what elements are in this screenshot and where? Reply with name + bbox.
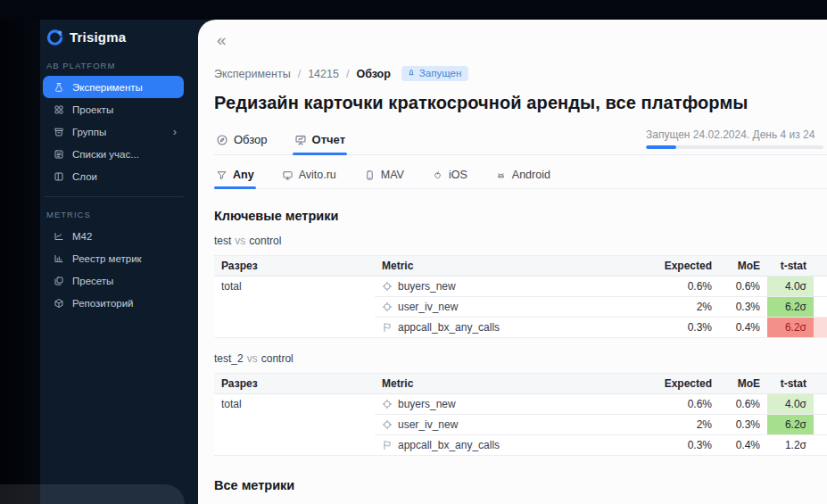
vs-label: vs (247, 352, 258, 365)
breadcrumb-experiments[interactable]: Эксперименты (214, 68, 291, 80)
key-metrics-table-test2: Разрез Metric Expected MoE t-stat total … (214, 373, 827, 456)
vs-label: vs (235, 235, 245, 247)
moe-value: 0.4% (719, 318, 767, 338)
all-metrics-heading: Все метрики (214, 478, 827, 492)
metric-name: user_iv_new (398, 301, 458, 313)
table-row[interactable]: total buyers_new 0.6% 0.6% 4.0σ (214, 277, 827, 297)
sidebar-item-label: Пресеты (72, 276, 113, 286)
funnel-icon (216, 169, 227, 181)
sidebar-item-groups[interactable]: Группы › (43, 120, 184, 143)
sidebar-section-metrics: METRICS (46, 210, 184, 219)
table-header-row: Разрез Metric Expected MoE t-stat (214, 374, 827, 394)
sidebar-divider (45, 196, 184, 197)
col-tstat: t-stat (767, 256, 814, 277)
platform-tab-avito[interactable]: Avito.ru (280, 169, 338, 188)
list-square-icon (54, 149, 64, 160)
table-header-row: Разрез Metric Expected MoE t-stat (214, 256, 827, 277)
experiment-progress-bar (646, 145, 823, 149)
tstat-value: 6.2σ (767, 415, 814, 435)
sidebar-item-experiments[interactable]: Эксперименты (43, 76, 184, 98)
col-segment: Разрез (214, 256, 375, 277)
metric-name: appcall_bx_any_calls (398, 439, 500, 451)
sidebar-item-label: Реестр метрик (72, 253, 142, 264)
metric-name: user_iv_new (398, 418, 458, 431)
left-edge-strip (0, 0, 40, 504)
target-icon (382, 302, 393, 312)
status-badge: Запущен (401, 66, 468, 81)
flask-icon (54, 82, 64, 93)
sidebar: Trisigma AB PLATFORM Эксперименты Проект… (43, 25, 184, 314)
comparison-label-test2: test_2vscontrol (214, 352, 827, 365)
main-panel: « Эксперименты / 14215 / Обзор Запущен Р… (198, 20, 827, 504)
target-icon (382, 419, 393, 430)
tstat-value: 1.2σ (767, 435, 814, 456)
sidebar-item-label: Группы (72, 127, 106, 137)
moe-value: 0.6% (719, 394, 767, 415)
sidebar-item-label: Списки учас... (72, 149, 139, 160)
grid-icon (54, 104, 64, 115)
breadcrumb-separator: / (346, 68, 349, 80)
tab-label: Обзор (234, 133, 268, 146)
sidebar-item-m42[interactable]: M42 (43, 225, 184, 247)
expected-value: 0.6% (616, 394, 719, 415)
sidebar-item-label: Эксперименты (72, 82, 143, 93)
collapse-sidebar-button[interactable]: « (217, 34, 227, 46)
sidebar-item-presets[interactable]: Пресеты (43, 269, 184, 292)
platform-tab-mav[interactable]: MAV (362, 169, 406, 188)
col-moe: MoE (719, 256, 767, 277)
tab-report[interactable]: Отчет (293, 133, 347, 154)
metric-name: appcall_bx_any_calls (398, 321, 500, 334)
sidebar-item-participant-lists[interactable]: Списки учас... (43, 143, 184, 165)
col-extra (814, 256, 827, 277)
chevron-right-icon[interactable]: › (173, 126, 177, 137)
window-topbar (0, 0, 827, 20)
platform-tab-label: iOS (449, 169, 467, 181)
platform-tab-android[interactable]: Android (493, 169, 552, 188)
logo[interactable]: Trisigma (46, 25, 184, 48)
apple-icon (432, 169, 443, 181)
sidebar-section-ab-platform: AB PLATFORM (46, 61, 184, 70)
table-row[interactable]: total buyers_new 0.6% 0.6% 4.0σ (214, 394, 827, 415)
report-tabs: Обзор Отчет Запущен 24.02.2024. День 4 и… (214, 128, 827, 155)
sidebar-item-label: Слои (72, 171, 97, 182)
smartphone-icon (364, 169, 376, 181)
breadcrumb-experiment-id[interactable]: 14215 (308, 68, 339, 80)
sidebar-item-projects[interactable]: Проекты (43, 98, 184, 120)
test-group-label: test_2 (214, 352, 244, 365)
sidebar-item-repository[interactable]: Репозиторий (43, 292, 184, 314)
target-icon (382, 281, 393, 292)
extra-cell (814, 318, 827, 338)
moe-value: 0.3% (719, 415, 767, 435)
layout-icon (54, 171, 64, 182)
expected-value: 2% (616, 415, 719, 435)
status-badge-label: Запущен (419, 68, 461, 78)
platform-tab-any[interactable]: Any (214, 169, 256, 188)
logo-text: Trisigma (70, 29, 126, 45)
expected-value: 0.3% (616, 318, 719, 338)
platform-tab-label: Any (233, 169, 254, 181)
metric-name: buyers_new (398, 398, 456, 410)
extra-cell (814, 394, 827, 415)
platform-filter-tabs: Any Avito.ru MAV iOS Android (214, 169, 827, 189)
platform-tab-ios[interactable]: iOS (430, 169, 469, 188)
col-metric: Metric (375, 256, 616, 277)
line-chart-icon (54, 231, 64, 242)
sidebar-item-label: Репозиторий (72, 298, 134, 309)
platform-tab-label: Avito.ru (299, 169, 336, 181)
moe-value: 0.6% (719, 277, 767, 297)
monitor-icon (282, 169, 294, 181)
compass-icon (216, 134, 228, 146)
flag-icon (382, 440, 393, 450)
tab-overview[interactable]: Обзор (214, 133, 269, 154)
key-metrics-table-test: Разрез Metric Expected MoE t-stat total … (214, 255, 827, 338)
sidebar-item-layers[interactable]: Слои (43, 165, 184, 187)
test-group-label: test (214, 235, 231, 247)
control-group-label: control (261, 352, 294, 365)
tstat-value: 4.0σ (767, 277, 814, 297)
moe-value: 0.4% (719, 435, 767, 456)
expected-value: 0.3% (616, 435, 719, 456)
run-info-text: Запущен 24.02.2024. День 4 из 24 (646, 128, 823, 141)
sidebar-item-metric-registry[interactable]: Реестр метрик (43, 247, 184, 269)
platform-tab-label: MAV (381, 169, 404, 181)
trisigma-logo-icon (46, 29, 63, 45)
